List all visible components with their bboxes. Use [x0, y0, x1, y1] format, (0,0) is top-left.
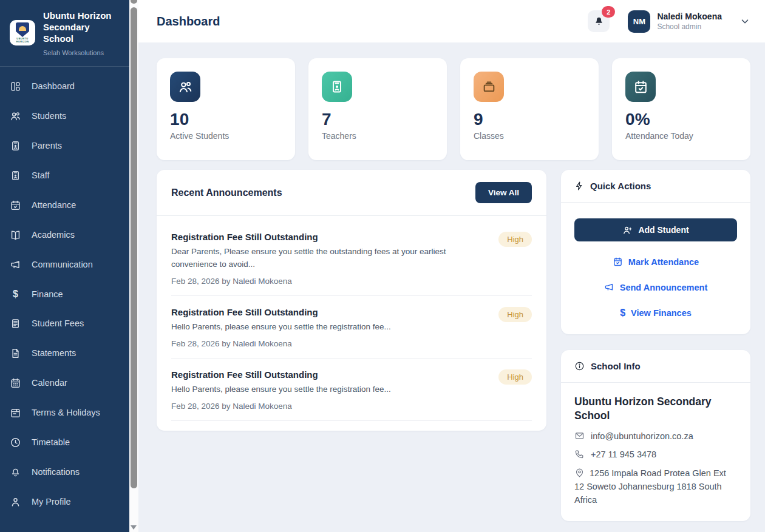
notification-count-badge: 2 — [602, 6, 615, 18]
sidebar-item-students[interactable]: Students — [0, 101, 129, 131]
school-email-row: info@ubuntuhorizon.co.za — [574, 431, 737, 441]
envelope-icon — [574, 431, 585, 441]
sidebar-item-dashboard[interactable]: Dashboard — [0, 72, 129, 101]
sidebar-scrollbar[interactable] — [129, 0, 138, 532]
sidebar-nav: Dashboard Students Parents Staff Attenda… — [0, 67, 129, 517]
user-plus-icon — [622, 225, 633, 235]
dashboard-content: 10 Active Students 7 Teachers 9 Classes — [138, 42, 765, 532]
attendance-icon — [10, 200, 21, 211]
school-info-name: Ubuntu Horizon Secondary School — [574, 395, 737, 423]
stat-value: 9 — [474, 110, 585, 129]
sidebar-item-terms-holidays[interactable]: Terms & Holidays — [0, 398, 129, 428]
calendar-check-icon — [625, 72, 656, 102]
priority-badge: High — [498, 369, 532, 385]
topbar: Dashboard 2 NM Naledi Mokoena School adm… — [138, 0, 765, 42]
sidebar-item-communication[interactable]: Communication — [0, 250, 129, 280]
school-phone: +27 11 945 3478 — [591, 450, 656, 459]
sidebar-item-staff[interactable]: Staff — [0, 161, 129, 190]
terms-holidays-icon — [10, 407, 21, 419]
user-menu[interactable]: NM Naledi Mokoena School admin — [628, 10, 750, 33]
announcement-title: Registration Fee Still Outstanding — [171, 307, 489, 317]
students-icon — [10, 110, 21, 122]
priority-badge: High — [498, 307, 532, 322]
user-role: School admin — [657, 22, 722, 31]
map-pin-icon — [574, 468, 585, 478]
sidebar-item-my-profile[interactable]: My Profile — [0, 487, 129, 517]
lightning-icon — [574, 181, 584, 191]
sidebar: UBUNTU HORIZON Ubuntu Horizon Secondary … — [0, 0, 129, 532]
sidebar-item-student-fees[interactable]: Student Fees — [0, 309, 129, 338]
sidebar-item-statements[interactable]: Statements — [0, 338, 129, 368]
announcement-title: Registration Fee Still Outstanding — [171, 232, 489, 242]
sidebar-item-parents[interactable]: Parents — [0, 131, 129, 161]
announcement-meta: Feb 28, 2026 by Naledi Mokoena — [171, 402, 489, 411]
announcement-item[interactable]: Registration Fee Still Outstanding Hello… — [171, 359, 532, 421]
sidebar-item-academics[interactable]: Academics — [0, 220, 129, 250]
dashboard-icon — [10, 81, 21, 92]
shield-icon — [16, 22, 29, 37]
view-finances-link[interactable]: $ View Finances — [574, 308, 737, 318]
sidebar-school-name: Ubuntu Horizon Secondary School — [43, 10, 121, 45]
announcement-item[interactable]: Registration Fee Still Outstanding Hello… — [171, 296, 532, 359]
school-logo: UBUNTU HORIZON — [10, 20, 35, 45]
announcement-body: Dear Parents, Please ensure you settle t… — [171, 246, 489, 271]
scrollbar-thumb[interactable] — [131, 7, 137, 488]
sidebar-item-label: Staff — [32, 170, 50, 180]
sidebar-item-notifications[interactable]: Notifications — [0, 457, 129, 487]
stat-label: Teachers — [322, 131, 433, 141]
sidebar-item-label: Terms & Holidays — [32, 408, 100, 417]
megaphone-icon — [604, 282, 614, 292]
stat-label: Classes — [474, 131, 585, 141]
stat-value: 0% — [625, 110, 737, 129]
scrollbar-up-stub[interactable] — [131, 0, 137, 4]
sidebar-item-label: Academics — [32, 230, 75, 240]
stat-card-active-students: 10 Active Students — [157, 58, 295, 160]
sidebar-item-label: My Profile — [32, 497, 70, 507]
sidebar-item-label: Statements — [32, 348, 76, 358]
sidebar-item-label: Student Fees — [32, 318, 84, 328]
sidebar-item-calendar[interactable]: Calendar — [0, 368, 129, 398]
sidebar-item-label: Notifications — [32, 467, 80, 477]
sidebar-item-timetable[interactable]: Timetable — [0, 428, 129, 457]
bell-icon — [594, 16, 604, 27]
notifications-icon — [10, 466, 21, 478]
stat-card-attendance: 0% Attendance Today — [612, 58, 750, 160]
announcement-body: Hello Parents, please ensure you settle … — [171, 383, 489, 396]
mark-attendance-link[interactable]: Mark Attendance — [574, 257, 737, 267]
statements-icon — [10, 348, 21, 359]
recent-announcements-card: Recent Announcements View All Registrati… — [157, 170, 546, 431]
logo-text: UBUNTU HORIZON — [10, 38, 35, 44]
classes-icon — [474, 72, 504, 102]
user-name: Naledi Mokoena — [657, 12, 722, 22]
chevron-down-icon[interactable] — [739, 16, 750, 27]
school-address: 1256 Impala Road Protea Glen Ext 12 Sowe… — [574, 468, 726, 505]
school-phone-row: +27 11 945 3478 — [574, 449, 737, 459]
quick-actions-title: Quick Actions — [590, 181, 651, 191]
stat-value: 10 — [170, 110, 282, 129]
send-announcement-link[interactable]: Send Announcement — [574, 282, 737, 292]
announcement-meta: Feb 28, 2026 by Naledi Mokoena — [171, 339, 489, 348]
school-info-title: School Info — [591, 361, 641, 371]
add-student-button[interactable]: Add Student — [574, 218, 737, 241]
phone-icon — [574, 449, 585, 459]
stat-label: Attendance Today — [625, 131, 737, 141]
notifications-button[interactable]: 2 — [588, 10, 610, 32]
announcement-item[interactable]: Registration Fee Still Outstanding Dear … — [171, 221, 532, 296]
sidebar-org-name: Selah Worksolutions — [43, 49, 121, 56]
parents-icon — [10, 140, 21, 152]
school-info-card: School Info Ubuntu Horizon Secondary Sch… — [561, 350, 750, 521]
view-all-button[interactable]: View All — [475, 182, 532, 203]
academics-icon — [10, 229, 21, 241]
student-fees-icon — [10, 318, 21, 329]
page-title: Dashboard — [157, 15, 220, 29]
communication-icon — [10, 259, 21, 271]
scrollbar-down-arrow-icon[interactable] — [131, 525, 137, 530]
sidebar-item-label: Parents — [32, 141, 62, 150]
avatar: NM — [628, 10, 650, 33]
students-icon — [170, 72, 200, 102]
sidebar-item-finance[interactable]: $ Finance — [0, 280, 129, 309]
announcement-body: Hello Parents, please ensure you settle … — [171, 321, 489, 334]
sidebar-item-label: Calendar — [32, 378, 67, 388]
sidebar-item-attendance[interactable]: Attendance — [0, 190, 129, 220]
timetable-icon — [10, 437, 21, 448]
